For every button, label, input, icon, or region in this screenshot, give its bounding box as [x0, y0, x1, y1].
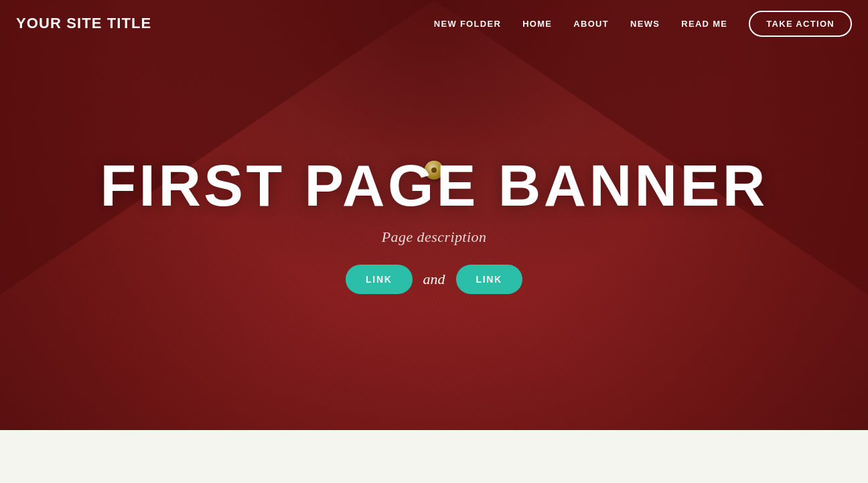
nav-link-read-me[interactable]: READ ME: [681, 19, 727, 29]
nav-link-new-folder[interactable]: NEW FOLDER: [434, 19, 501, 29]
nav-link-about[interactable]: ABOUT: [573, 19, 609, 29]
navbar: YOUR SITE TITLE NEW FOLDER HOME ABOUT NE…: [0, 0, 868, 47]
below-hero-section: [0, 430, 868, 483]
hero-content: FIRST PAGE BANNER Page description LINK …: [100, 156, 768, 294]
nav-link-home[interactable]: HOME: [522, 19, 552, 29]
hero-link-button-2[interactable]: LINK: [456, 265, 522, 294]
nav-links: NEW FOLDER HOME ABOUT NEWS READ ME TAKE …: [434, 11, 852, 37]
hero-and-text: and: [423, 271, 445, 288]
hero-buttons: LINK and LINK: [346, 265, 522, 294]
site-title: YOUR SITE TITLE: [16, 15, 151, 32]
take-action-button[interactable]: TAKE ACTION: [749, 11, 852, 37]
banner-description: Page description: [382, 228, 487, 246]
nav-link-news[interactable]: NEWS: [630, 19, 660, 29]
banner-title: FIRST PAGE BANNER: [100, 156, 768, 215]
hero-section: FIRST PAGE BANNER Page description LINK …: [0, 0, 868, 430]
hero-link-button-1[interactable]: LINK: [346, 265, 412, 294]
